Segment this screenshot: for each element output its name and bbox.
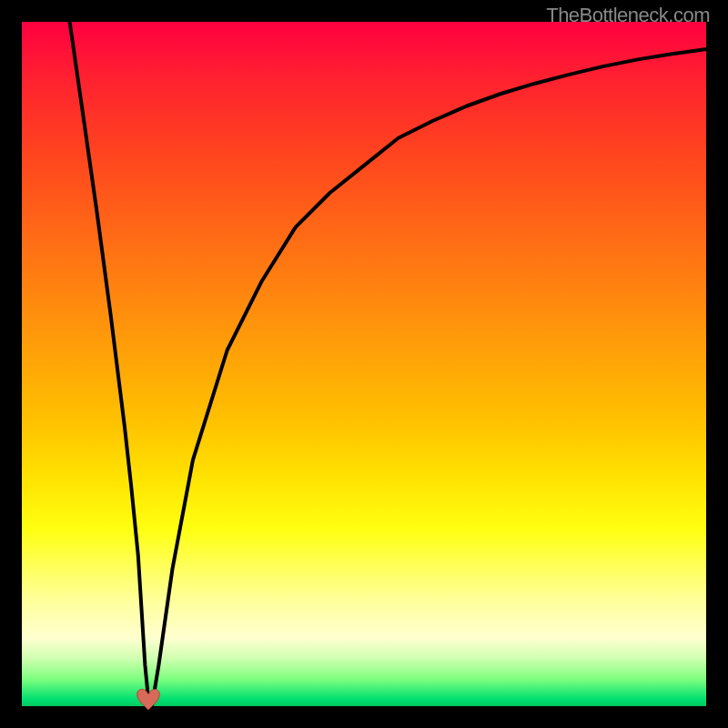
chart-plot-area: [22, 22, 706, 706]
chart-curve: [22, 22, 706, 706]
bottleneck-marker: [134, 686, 163, 712]
watermark-text: TheBottleneck.com: [546, 4, 710, 27]
